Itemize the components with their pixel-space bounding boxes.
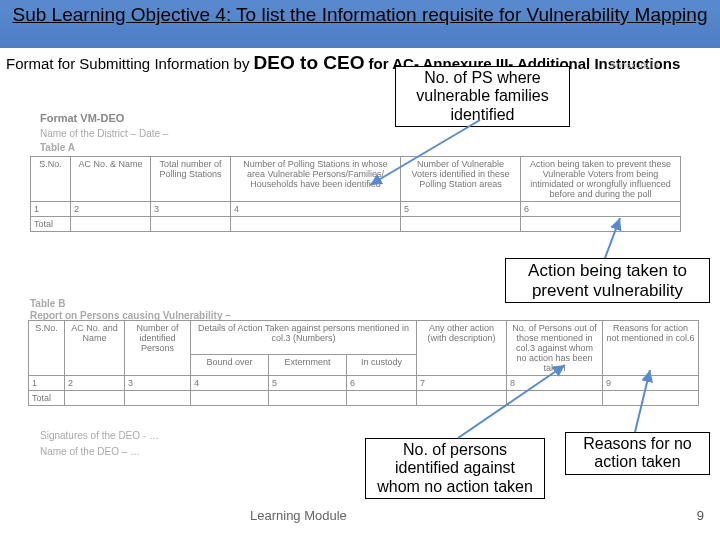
faint-format-vm: Format VM-DEO bbox=[40, 112, 124, 124]
table-b: S.No. AC No. and Name Number of identifi… bbox=[28, 320, 699, 406]
faint-signatures: Signatures of the DEO - … bbox=[40, 430, 159, 441]
format-line: Format for Submitting Information by DEO… bbox=[6, 52, 714, 74]
callout-ps-count: No. of PS where vulnerable families iden… bbox=[395, 66, 570, 127]
footer-text: Learning Module bbox=[250, 508, 347, 523]
table-row: Total bbox=[31, 217, 681, 232]
faint-tableB-label: Table B bbox=[30, 298, 65, 309]
faint-deo-name: Name of the DEO – … bbox=[40, 446, 140, 457]
faint-district: Name of the District – Date – bbox=[40, 128, 168, 139]
callout-reasons: Reasons for no action taken bbox=[565, 432, 710, 475]
table-row: 123456789 bbox=[29, 376, 699, 391]
annexure-faint: Annexure III bbox=[610, 60, 659, 70]
table-row: 123456 bbox=[31, 202, 681, 217]
table-a: S.No.AC No. & NameTotal number of Pollin… bbox=[30, 156, 681, 232]
slide-canvas: Sub Learning Objective 4: To list the In… bbox=[0, 0, 720, 540]
callout-action-taken: Action being taken to prevent vulnerabil… bbox=[505, 258, 710, 303]
page-number: 9 bbox=[697, 508, 704, 523]
table-row: S.No.AC No. & NameTotal number of Pollin… bbox=[31, 157, 681, 202]
faint-tableA-label: Table A bbox=[40, 142, 75, 153]
callout-persons-noaction: No. of persons identified against whom n… bbox=[365, 438, 545, 499]
table-row: S.No. AC No. and Name Number of identifi… bbox=[29, 321, 699, 355]
slide-title: Sub Learning Objective 4: To list the In… bbox=[0, 4, 720, 26]
table-row: Total bbox=[29, 391, 699, 406]
